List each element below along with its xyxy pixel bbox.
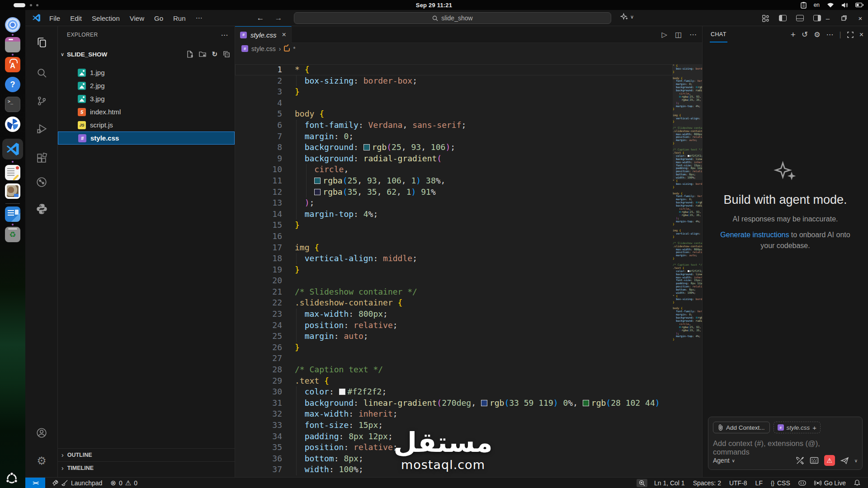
toggle-secondary-sidebar-icon[interactable] [813, 15, 821, 21]
new-folder-icon[interactable] [199, 51, 206, 58]
code-line[interactable]: margin: auto; [295, 331, 673, 342]
code-line[interactable]: rgba(25, 93, 106, 1) 38%, [295, 175, 673, 187]
new-chat-icon[interactable]: + [791, 30, 796, 40]
code-line[interactable]: body { [295, 108, 673, 120]
code-line[interactable]: color: #f2f2f2; [295, 386, 673, 398]
code-line[interactable]: margin: 0; [295, 131, 673, 142]
new-file-icon[interactable] [186, 51, 193, 58]
back-button[interactable]: ← [255, 13, 266, 23]
launchpad-item[interactable]: Launchpad [48, 478, 106, 488]
copilot-status[interactable] [794, 478, 810, 488]
notifications-bell-icon[interactable] [850, 478, 864, 488]
photo-viewer-icon[interactable] [5, 183, 20, 199]
code-line[interactable]: rgba(35, 35, 62, 1) 91% [295, 187, 673, 198]
eol-sequence[interactable]: LF [751, 478, 767, 488]
language-mode[interactable]: {} CSS [767, 478, 794, 488]
trash-icon[interactable]: ♻ [5, 227, 20, 242]
code-line[interactable]: img { [295, 242, 673, 253]
code-line[interactable]: .text { [295, 375, 673, 387]
code-line[interactable]: /* Caption text */ [295, 364, 673, 375]
add-icon[interactable]: + [812, 424, 816, 432]
code-line[interactable] [295, 231, 673, 242]
code-line[interactable]: background: radial-gradient( [295, 153, 673, 164]
tool-sets-icon[interactable] [810, 457, 819, 464]
menu-selection[interactable]: Selection [88, 13, 124, 23]
code-line[interactable]: max-width: inherit; [295, 408, 673, 420]
show-applications-icon[interactable] [5, 472, 20, 487]
code-line[interactable]: font-family: Verdana, sans-serif; [295, 120, 673, 131]
tab-stylecss[interactable]: # style.css × [235, 26, 292, 43]
forward-button[interactable]: → [273, 13, 284, 23]
code-line[interactable]: max-width: 800px; [295, 309, 673, 320]
gear-icon[interactable]: ⚙ [814, 30, 820, 39]
code-line[interactable]: padding: 8px 12px; [295, 431, 673, 442]
code-line[interactable]: } [295, 220, 673, 231]
file-row-indexhtml[interactable]: 5index.html [58, 105, 235, 118]
code-line[interactable]: * { [295, 64, 673, 75]
system-tray[interactable]: en [801, 0, 863, 10]
code-line[interactable]: background: linear-gradient(270deg, rgb(… [295, 398, 673, 409]
generate-instructions-link[interactable]: Generate instructions [720, 231, 789, 239]
close-tab-icon[interactable]: × [282, 31, 286, 39]
code-line[interactable]: background: rgb(25, 93, 106); [295, 142, 673, 153]
code-line[interactable]: position: relative; [295, 320, 673, 331]
tools-icon[interactable] [796, 456, 804, 465]
encoding[interactable]: UTF-8 [725, 478, 751, 488]
toggle-panel-icon[interactable] [796, 15, 804, 21]
code-line[interactable]: } [295, 86, 673, 98]
code-line[interactable]: ); [295, 197, 673, 209]
maximize-panel-icon[interactable] [847, 32, 854, 38]
timeline-section[interactable]: ›TIMELINE [58, 461, 235, 474]
text-editor-icon[interactable] [5, 165, 20, 180]
go-live-item[interactable]: Go Live [810, 478, 850, 488]
code-line[interactable]: circle, [295, 164, 673, 175]
code-line[interactable]: } [295, 342, 673, 353]
keyboard-layout[interactable]: en [814, 2, 820, 8]
code-line[interactable]: margin-top: 4%; [295, 209, 673, 220]
clock[interactable]: Sep 29 11:21 [0, 0, 868, 10]
accounts-icon[interactable] [34, 426, 49, 440]
code-line[interactable]: box-sizing: border-box; [295, 75, 673, 87]
file-row-3jpg[interactable]: 3.jpg [58, 92, 235, 105]
code-line[interactable]: font-size: 15px; [295, 420, 673, 431]
terminal-icon[interactable]: >_ [5, 97, 20, 112]
code-line[interactable]: bottom: 8px; [295, 453, 673, 465]
code-line[interactable] [295, 98, 673, 109]
restore-button[interactable] [840, 14, 848, 22]
chat-input-placeholder[interactable]: Add context (#), extensions (@), command… [713, 439, 858, 456]
outline-section[interactable]: ›OUTLINE [58, 448, 235, 461]
run-file-icon[interactable]: ▷ [662, 30, 667, 39]
menu-run[interactable]: Run [169, 13, 190, 23]
file-row-1jpg[interactable]: 1.jpg [58, 66, 235, 79]
more-actions-icon[interactable]: ⋯ [221, 31, 228, 39]
explorer-icon[interactable] [34, 35, 49, 50]
help-icon[interactable]: ? [5, 77, 20, 92]
code-editor[interactable]: 1234567891011121314151617181920212223242… [235, 54, 702, 477]
more-actions-icon[interactable]: ⋯ [689, 30, 697, 39]
zoom-indicator[interactable] [637, 479, 647, 487]
source-control-icon[interactable] [34, 94, 49, 108]
file-manager-icon[interactable] [5, 37, 20, 52]
customize-layout-icon[interactable] [762, 14, 769, 22]
add-context-button[interactable]: Add Context... [713, 422, 770, 433]
code-line[interactable]: width: 100%; [295, 464, 673, 475]
toggle-primary-sidebar-icon[interactable] [779, 15, 787, 21]
tab-chat[interactable]: CHAT [710, 27, 727, 42]
python-icon[interactable] [34, 202, 49, 216]
code-line[interactable]: vertical-align: middle; [295, 253, 673, 264]
settings-gear-icon[interactable]: ⚙ [34, 454, 49, 468]
chat-input-box[interactable]: Add Context... # style.css + Add context… [708, 417, 863, 470]
vscode-icon[interactable] [5, 141, 20, 157]
file-row-stylecss[interactable]: #style.css [58, 131, 235, 145]
menu-overflow[interactable]: ⋯ [192, 13, 207, 23]
more-actions-icon[interactable]: ⋯ [826, 30, 834, 39]
remote-indicator[interactable]: >< [25, 478, 45, 488]
code-line[interactable] [295, 275, 673, 286]
warning-badge[interactable]: ⚠ [824, 455, 835, 466]
code-line[interactable]: /* Slideshow container */ [295, 286, 673, 298]
menu-go[interactable]: Go [150, 13, 167, 23]
mode-select[interactable]: Agent ∨ [713, 457, 735, 464]
menu-file[interactable]: File [45, 13, 64, 23]
indentation[interactable]: Spaces: 2 [689, 478, 725, 488]
chromium-browser-icon[interactable] [5, 17, 20, 33]
